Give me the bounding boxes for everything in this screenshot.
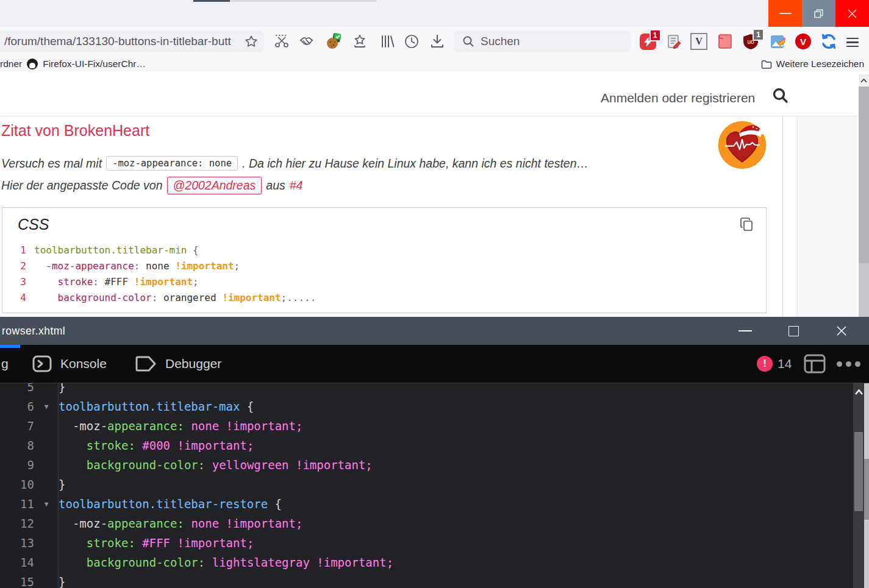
screenshot-scissors-icon[interactable]: [273, 32, 291, 51]
restore-icon: [814, 9, 823, 18]
search-icon: [462, 35, 474, 48]
editor-code-line[interactable]: 15}: [0, 572, 848, 588]
console-icon: [32, 353, 52, 374]
quote-paragraph-1: Versuch es mal mit -moz-appearance: none…: [1, 156, 588, 171]
forum-code-lines: 1toolbarbutton.titlebar-min {2 -moz-appe…: [2, 242, 766, 305]
scroll-up-arrow[interactable]: [859, 74, 869, 87]
source-editor[interactable]: 5}6▼toolbarbutton.titlebar-max {7 -moz-a…: [0, 383, 869, 588]
css-code-block: CSS 1toolbarbutton.titlebar-min {2 -moz-…: [2, 207, 767, 313]
lightning-extension-icon[interactable]: 1: [638, 32, 657, 51]
app-menu-button[interactable]: [846, 32, 865, 54]
github-icon: [27, 58, 38, 69]
quote-title: Zitat von BrokenHeart: [1, 122, 149, 140]
ublock-badge: 1: [753, 29, 764, 41]
forum-page: Anmelden oder registrieren Zitat von Bro…: [0, 72, 869, 317]
screen: /forum/thema/133130-buttons-in-titlebar-…: [0, 0, 869, 588]
ublock-origin-icon[interactable]: uo 1: [742, 32, 760, 51]
header-divider: [0, 116, 857, 116]
editor-scroll-up-arrow[interactable]: [853, 387, 864, 397]
code-line: 1toolbarbutton.titlebar-min {: [2, 242, 766, 258]
devtools-minimize-button[interactable]: [731, 317, 759, 345]
post-link[interactable]: #4: [290, 179, 303, 193]
debugger-icon: [135, 355, 157, 373]
window-controls: [768, 0, 869, 27]
history-clock-icon[interactable]: [402, 32, 421, 51]
minimize-icon: [779, 13, 792, 14]
code-block-label: CSS: [18, 216, 49, 233]
v-monkey-label: V: [800, 37, 806, 47]
folder-icon: [761, 60, 772, 69]
handshake-icon[interactable]: [298, 32, 316, 51]
devtools-maximize-button[interactable]: [779, 317, 807, 345]
editor-code-line[interactable]: 12 -moz-appearance: none !important;: [0, 514, 848, 533]
url-bar[interactable]: /forum/thema/133130-buttons-in-titlebar-…: [0, 30, 264, 52]
v-extension-icon[interactable]: V: [690, 32, 708, 51]
page-search-icon[interactable]: [772, 87, 789, 104]
bookmarks-toolbar: rdner Firefox-UI-Fix/userChr… Weitere Le…: [0, 56, 869, 73]
window-titlebar: [0, 0, 869, 27]
code-line: 4 background-color: orangered !important…: [2, 289, 766, 305]
page-scrollbar[interactable]: [859, 74, 869, 317]
outer-scrollbar-thumb[interactable]: [864, 459, 869, 520]
editor-code-line[interactable]: 5}: [0, 383, 848, 397]
downloads-icon[interactable]: [428, 32, 446, 51]
editor-code-line[interactable]: 11▼toolbarbutton.titlebar-restore {: [0, 494, 848, 514]
editor-code-line[interactable]: 9 background-color: yellowgreen !importa…: [0, 455, 848, 475]
editor-code-line[interactable]: 13 stroke: #FFF !important;: [0, 533, 848, 553]
bookmark-star-icon[interactable]: [238, 35, 264, 48]
editor-code-line[interactable]: 8 stroke: #000 !important;: [0, 436, 848, 455]
code-line: 2 -moz-appearance: none !important;: [2, 258, 766, 274]
inline-code: -moz-appearance: none: [106, 156, 238, 171]
sync-refresh-icon[interactable]: [820, 32, 838, 51]
v-monkey-icon[interactable]: V: [794, 32, 812, 51]
search-placeholder: Suchen: [481, 35, 520, 48]
code-line: 3 stroke: #FFF !important;: [2, 274, 766, 289]
meatball-menu-icon[interactable]: [837, 345, 860, 383]
tab-partial[interactable]: g: [1, 345, 9, 383]
window-minimize-button[interactable]: [768, 0, 802, 27]
editor-code-line[interactable]: 6▼toolbarbutton.titlebar-max {: [0, 397, 848, 416]
dock-layout-icon[interactable]: [804, 354, 826, 374]
scrollbar-thumb[interactable]: [859, 87, 869, 263]
editor-code-line[interactable]: 10}: [0, 475, 848, 494]
lightning-badge: 1: [649, 29, 661, 41]
url-text[interactable]: /forum/thema/133130-buttons-in-titlebar-…: [0, 35, 238, 48]
tab-strip-remnant-active: [193, 0, 230, 2]
editor-code-line[interactable]: 14 background-color: lightslategray !imp…: [0, 553, 848, 572]
navigation-toolbar: /forum/thema/133130-buttons-in-titlebar-…: [0, 27, 869, 56]
bookmark-folder-partial[interactable]: rdner: [0, 58, 22, 69]
tab-debugger[interactable]: Debugger: [135, 345, 221, 383]
bookmark-add-icon[interactable]: [351, 32, 369, 51]
tab-strip-remnant: [230, 0, 376, 2]
devtools-window: rowser.xhtml g Konsole Debugger ! 14: [0, 317, 869, 588]
editor-lines: 5}6▼toolbarbutton.titlebar-max {7 -moz-a…: [0, 383, 848, 588]
user-avatar[interactable]: [717, 120, 767, 170]
editor-code-line[interactable]: 7 -moz-appearance: none !important;: [0, 416, 848, 436]
editor-scrollbar-thumb[interactable]: [854, 432, 863, 511]
close-icon: [847, 9, 857, 19]
library-icon[interactable]: [377, 32, 396, 51]
outer-scrollbar[interactable]: [864, 383, 869, 588]
cookie-consent-icon[interactable]: [325, 32, 343, 51]
editor-scrollbar[interactable]: [853, 383, 864, 588]
v-extension-label: V: [695, 36, 703, 47]
copy-code-icon[interactable]: [739, 216, 755, 232]
user-mention-link[interactable]: @2002Andreas: [167, 177, 262, 194]
window-close-button[interactable]: [835, 0, 869, 27]
more-bookmarks[interactable]: Weitere Lesezeichen: [761, 56, 864, 72]
notes-extension-icon[interactable]: [665, 32, 683, 51]
more-bookmarks-label: Weitere Lesezeichen: [776, 58, 864, 69]
devtools-tabbar: g Konsole Debugger ! 14: [0, 345, 869, 383]
devtools-close-button[interactable]: [828, 317, 856, 345]
bookmark-github[interactable]: Firefox-UI-Fix/userChr…: [43, 58, 146, 69]
error-badge: !: [757, 356, 773, 372]
search-field[interactable]: Suchen: [454, 30, 631, 52]
error-count: 14: [778, 345, 792, 383]
image-editor-icon[interactable]: [768, 32, 787, 51]
devtools-titlebar: rowser.xhtml: [0, 317, 869, 345]
tab-console[interactable]: Konsole: [32, 345, 107, 383]
window-restore-button[interactable]: [802, 0, 835, 27]
login-link[interactable]: Anmelden oder registrieren: [601, 91, 755, 105]
quote-paragraph-2: Hier der angepasste Code von @2002Andrea…: [1, 177, 302, 194]
userscript-scroll-icon[interactable]: [716, 32, 734, 51]
